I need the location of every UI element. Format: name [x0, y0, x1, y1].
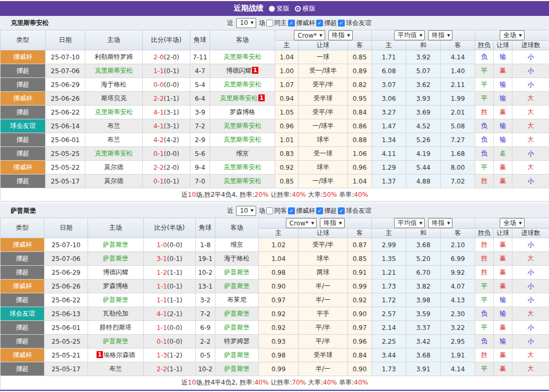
home-team-name[interactable]: 瓦勒伦加 — [103, 310, 128, 317]
away-team-name[interactable]: 克里斯蒂安松 — [223, 177, 262, 185]
home-team-cell: 布兰 — [85, 119, 143, 133]
away-team-cell: 萨普斯堡 — [215, 280, 259, 293]
matches-select[interactable]: 10▼ — [236, 18, 256, 28]
full-score: 4-2 — [153, 136, 164, 144]
avg-away-odds: 2.10 — [441, 238, 475, 252]
away-team-name[interactable]: 克里斯蒂安松 — [223, 81, 262, 88]
home-team-name[interactable]: 克里斯蒂安松 — [95, 150, 133, 157]
avg-draw-odds: 3.59 — [406, 307, 441, 321]
home-team-name[interactable]: 克里斯蒂安松 — [95, 108, 133, 116]
summary-segment: 单率: — [337, 379, 354, 386]
handicap-home-odds: 0.93 — [259, 335, 299, 349]
away-team-name[interactable]: 萨普斯堡 — [224, 268, 250, 276]
league-filter-checkbox[interactable]: ✓ — [316, 20, 323, 27]
home-team-name[interactable]: 腓特烈斯塔 — [100, 324, 132, 331]
radio-vertical-label: 竖版 — [277, 4, 290, 13]
league-filter-label: 挪威杯 — [296, 206, 315, 215]
home-team-name[interactable]: 萨普斯堡 — [103, 241, 128, 248]
league-filter-checkbox[interactable]: ✓ — [316, 207, 323, 214]
away-team-name[interactable]: 海于格松 — [224, 255, 250, 262]
radio-vertical-icon[interactable] — [269, 6, 275, 12]
odds-stage-select[interactable]: 终指▼ — [320, 218, 344, 228]
league-filter-checkbox[interactable]: ✓ — [288, 207, 295, 214]
matches-select[interactable]: 10▼ — [236, 206, 256, 216]
away-team-name[interactable]: 萨普斯堡 — [224, 351, 250, 359]
radio-vertical[interactable]: 竖版 — [269, 4, 290, 13]
home-team-name[interactable]: 埃格尔森德 — [103, 351, 135, 359]
odds-stage-select2[interactable]: 终指▼ — [428, 30, 452, 40]
radio-horizontal-icon[interactable] — [295, 6, 301, 12]
half-score: (2-1) — [167, 310, 182, 318]
period-select[interactable]: 全场▼ — [500, 30, 524, 40]
half-score: (1-1) — [167, 297, 182, 304]
same-venue-checkbox[interactable] — [266, 20, 273, 27]
away-team-name[interactable]: 克里斯蒂安松 — [223, 53, 262, 60]
handicap-result: 赢 — [494, 252, 512, 266]
away-team-name[interactable]: 维京 — [231, 241, 243, 248]
away-team-name[interactable]: 布莱尼 — [228, 296, 247, 303]
avg-home-odds: 1.73 — [372, 280, 406, 293]
bookmaker-select-value: Crow* — [290, 220, 309, 227]
league-filter-checkbox[interactable]: ✓ — [338, 20, 345, 27]
away-team-name[interactable]: 克里斯蒂安松 — [223, 163, 262, 171]
away-team-name[interactable]: 萨普斯堡 — [224, 310, 250, 317]
full-score: 1-1 — [156, 297, 167, 304]
home-team-name[interactable]: 莫尔德 — [104, 163, 124, 171]
home-team-name[interactable]: 博德闪耀 — [103, 268, 128, 276]
away-team-name[interactable]: 萨普斯堡 — [224, 365, 250, 372]
average-select[interactable]: 平均值▼ — [394, 218, 425, 228]
chevron-down-icon: ▼ — [319, 33, 322, 38]
summary-segment: 让胜率: — [268, 191, 292, 198]
away-team-name[interactable]: 萨普斯堡 — [224, 282, 250, 290]
avg-draw-odds: 5.44 — [406, 161, 441, 175]
odds-stage-select2-value: 终指 — [432, 219, 445, 228]
goals-result: 大 — [512, 133, 549, 147]
home-team-cell: 萨普斯堡 — [88, 252, 144, 266]
home-team-name[interactable]: 利勒斯特罗姆 — [95, 53, 133, 60]
home-team-name[interactable]: 克里斯蒂安松 — [95, 67, 133, 74]
away-team-name[interactable]: 维京 — [236, 150, 249, 157]
away-team-cell: 罗森博格 — [210, 106, 275, 119]
home-team-name[interactable]: 斯塔贝克 — [101, 94, 127, 102]
away-team-name[interactable]: 罗森博格 — [230, 108, 255, 116]
full-score: 2-2 — [153, 95, 164, 102]
bookmaker-select[interactable]: Crow*▼ — [286, 218, 317, 228]
corner-cell: 7-2 — [190, 119, 210, 133]
handicap-away-odds: 0.90 — [348, 362, 372, 376]
away-team-name[interactable]: 特罗姆瑟 — [224, 337, 250, 345]
avg-home-odds: 3.06 — [372, 92, 406, 106]
league-filter-checkbox[interactable]: ✓ — [338, 207, 345, 214]
home-team-name[interactable]: 萨普斯堡 — [103, 296, 128, 303]
half-score: (0-1) — [167, 255, 182, 263]
odds-stage-select[interactable]: 终指▼ — [328, 30, 353, 40]
away-team-cell: 克里斯蒂安松 — [210, 133, 275, 147]
same-venue-checkbox[interactable] — [266, 207, 273, 214]
score-cell: 1-2(1-1) — [144, 266, 196, 280]
home-team-name[interactable]: 萨普斯堡 — [103, 255, 128, 262]
home-team-name[interactable]: 布兰 — [108, 136, 120, 143]
average-select[interactable]: 平均值▼ — [394, 30, 425, 40]
bookmaker-select[interactable]: Crow*▼ — [294, 30, 325, 40]
home-team-name[interactable]: 萨普斯堡 — [103, 337, 128, 345]
home-team-name[interactable]: 布兰 — [108, 122, 120, 129]
away-team-name[interactable]: 克里斯蒂安松 — [223, 136, 262, 143]
away-team-name[interactable]: 萨普斯堡 — [224, 324, 250, 331]
odds-stage-select2[interactable]: 终指▼ — [428, 218, 452, 228]
home-team-name[interactable]: 海于格松 — [101, 81, 127, 88]
handicap-away-odds: 0.96 — [348, 335, 372, 349]
away-team-name[interactable]: 克里斯蒂安松 — [223, 122, 262, 129]
summary-segment: 近 — [181, 191, 188, 198]
avg-away-odds: 2.95 — [441, 335, 475, 349]
away-team-name[interactable]: 博德闪耀 — [226, 67, 251, 74]
handicap-home-odds: 0.99 — [259, 362, 299, 376]
handicap-group-header: Crow*▼终指▼ — [275, 30, 372, 41]
home-team-name[interactable]: 罗森博格 — [103, 282, 128, 290]
handicap-result: 输 — [494, 307, 512, 321]
match-row: 挪超25-06-29博德闪耀1-2(1-1)10-2萨普斯堡0.98两球0.91… — [1, 266, 549, 280]
home-team-name[interactable]: 莫尔德 — [104, 177, 124, 185]
league-filter-checkbox[interactable]: ✓ — [288, 20, 295, 27]
radio-horizontal[interactable]: 横版 — [295, 4, 316, 13]
away-team-name[interactable]: 克里斯蒂安松 — [220, 94, 258, 102]
home-team-name[interactable]: 布兰 — [109, 365, 122, 372]
period-select[interactable]: 全场▼ — [500, 218, 524, 228]
